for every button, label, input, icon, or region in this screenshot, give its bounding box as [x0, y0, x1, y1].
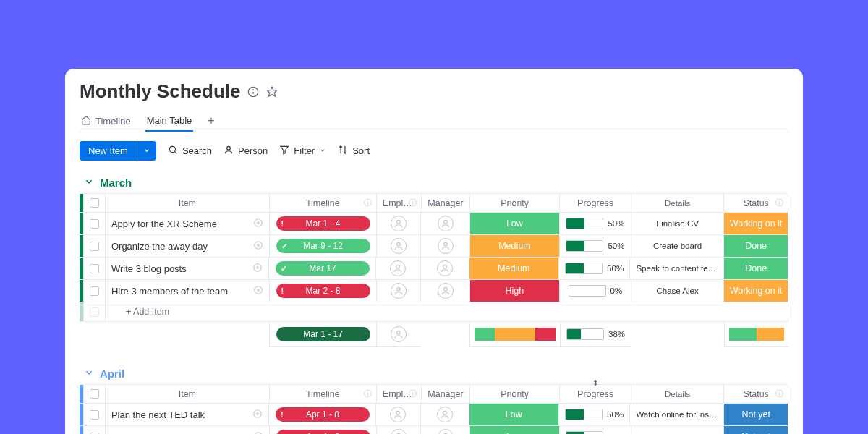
details-cell[interactable]: Chase Alex [631, 280, 723, 302]
employee-cell[interactable] [376, 235, 420, 257]
checkbox-header[interactable] [83, 194, 105, 212]
table-row[interactable]: Write 3 blog posts ✓Mar 17 Medium 50% Sp… [80, 258, 788, 280]
add-subitem-icon[interactable] [252, 263, 263, 275]
person-button[interactable]: Person [224, 145, 268, 157]
col-employee[interactable]: Emplo…ⓘ [376, 385, 421, 403]
col-progress[interactable]: ⬍Progress [559, 385, 631, 403]
manager-cell[interactable] [420, 280, 469, 302]
status-cell[interactable]: Working on it [723, 213, 788, 234]
col-status[interactable]: Statusⓘ [723, 385, 788, 403]
timeline-cell[interactable]: ✓Mar 9 - 12 [269, 235, 376, 257]
status-cell[interactable]: Not yet [723, 426, 788, 434]
sort-button[interactable]: Sort [338, 145, 370, 157]
priority-cell[interactable]: Low [469, 404, 558, 425]
col-details[interactable]: Details [631, 194, 723, 212]
col-details[interactable]: Details [631, 385, 723, 403]
checkbox-header[interactable] [83, 385, 105, 403]
manager-cell[interactable] [420, 404, 469, 425]
progress-cell[interactable]: 50% [559, 235, 631, 257]
row-checkbox[interactable] [83, 426, 105, 434]
table-row[interactable]: Apply for the XR Scheme !Mar 1 - 4 Low 5… [80, 213, 788, 235]
drag-indicator-icon[interactable]: ⬍ [592, 379, 598, 387]
group-header-april[interactable]: April [84, 367, 788, 380]
manager-cell[interactable] [420, 258, 469, 279]
priority-cell[interactable]: High [469, 280, 559, 302]
row-checkbox[interactable] [83, 280, 105, 302]
tab-timeline[interactable]: Timeline [80, 111, 132, 132]
row-checkbox[interactable] [83, 258, 105, 279]
add-subitem-icon[interactable] [252, 409, 263, 421]
progress-cell[interactable]: 50% [558, 404, 630, 425]
tab-add[interactable]: + [206, 110, 216, 132]
info-icon[interactable] [247, 86, 259, 98]
row-checkbox[interactable] [83, 235, 105, 257]
details-cell[interactable]: Speak to content team [629, 258, 723, 279]
progress-cell[interactable]: 50% [558, 258, 630, 279]
col-status[interactable]: Statusⓘ [723, 194, 788, 212]
employee-cell[interactable] [375, 404, 420, 425]
progress-cell[interactable]: 0% [559, 280, 631, 302]
details-cell[interactable]: Find login details [631, 426, 723, 434]
priority-cell[interactable]: Medium [469, 258, 558, 279]
timeline-pill: !Apr 4 - 8 [276, 430, 370, 434]
employee-cell[interactable] [376, 213, 420, 234]
timeline-cell[interactable]: !Mar 2 - 8 [269, 280, 376, 302]
status-cell[interactable]: Not yet [723, 404, 788, 425]
row-checkbox[interactable] [83, 213, 105, 234]
star-icon[interactable] [266, 86, 278, 98]
item-cell[interactable]: Organize the away day [105, 235, 269, 257]
col-item[interactable]: Item [105, 194, 269, 212]
add-item-row[interactable]: + Add Item [80, 302, 788, 321]
filter-button[interactable]: Filter [279, 145, 326, 157]
col-item[interactable]: Item [105, 385, 269, 403]
details-cell[interactable]: Watch online for inspiration [629, 404, 723, 425]
employee-cell[interactable] [376, 280, 420, 302]
priority-cell[interactable]: Medium [469, 235, 559, 257]
tab-main-table[interactable]: Main Table [145, 111, 194, 132]
timeline-cell[interactable]: ✓Mar 17 [268, 258, 375, 279]
add-subitem-icon[interactable] [253, 431, 263, 435]
priority-cell[interactable]: Low [469, 213, 559, 234]
status-cell[interactable]: Done [723, 258, 788, 279]
employee-cell[interactable] [375, 258, 420, 279]
col-employee[interactable]: Emplo…ⓘ [376, 194, 421, 212]
new-item-button[interactable]: New Item [80, 141, 137, 161]
manager-cell[interactable] [420, 213, 469, 234]
col-priority[interactable]: Priority [469, 194, 559, 212]
item-cell[interactable]: Book off annual leave [105, 426, 269, 434]
status-cell[interactable]: Done [723, 235, 788, 257]
timeline-cell[interactable]: !Mar 1 - 4 [269, 213, 376, 234]
col-timeline[interactable]: Timelineⓘ [269, 385, 376, 403]
item-cell[interactable]: Hire 3 members of the team [105, 280, 269, 302]
col-timeline[interactable]: Timelineⓘ [269, 194, 376, 212]
priority-cell[interactable]: Low [469, 426, 559, 434]
col-progress[interactable]: Progress [559, 194, 631, 212]
table-row[interactable]: Book off annual leave !Apr 4 - 8 Low 50%… [80, 426, 788, 434]
progress-cell[interactable]: 50% [559, 426, 631, 434]
status-cell[interactable]: Working on it [723, 280, 788, 302]
timeline-cell[interactable]: !Apr 4 - 8 [269, 426, 376, 434]
search-button[interactable]: Search [168, 145, 212, 157]
employee-cell[interactable] [376, 426, 420, 434]
table-row[interactable]: Hire 3 members of the team !Mar 2 - 8 Hi… [80, 280, 788, 302]
manager-cell[interactable] [420, 426, 469, 434]
new-item-dropdown[interactable] [137, 141, 156, 161]
group-header-march[interactable]: March [84, 176, 788, 189]
item-cell[interactable]: Write 3 blog posts [105, 258, 269, 279]
add-subitem-icon[interactable] [253, 240, 263, 252]
col-manager[interactable]: Manager [421, 385, 469, 403]
item-cell[interactable]: Plan the next TED talk [105, 404, 269, 425]
item-cell[interactable]: Apply for the XR Scheme [105, 213, 269, 234]
col-manager[interactable]: Manager [421, 194, 469, 212]
timeline-cell[interactable]: !Apr 1 - 8 [268, 404, 375, 425]
details-cell[interactable]: Finalise CV [631, 213, 723, 234]
table-row[interactable]: Organize the away day ✓Mar 9 - 12 Medium… [80, 235, 788, 258]
manager-cell[interactable] [420, 235, 469, 257]
progress-cell[interactable]: 50% [559, 213, 631, 234]
row-checkbox[interactable] [83, 404, 105, 425]
add-subitem-icon[interactable] [253, 285, 263, 297]
table-row[interactable]: Plan the next TED talk !Apr 1 - 8 Low 50… [80, 404, 788, 426]
details-cell[interactable]: Create board [631, 235, 723, 257]
col-priority[interactable]: Priority [469, 385, 559, 403]
add-subitem-icon[interactable] [253, 218, 263, 230]
